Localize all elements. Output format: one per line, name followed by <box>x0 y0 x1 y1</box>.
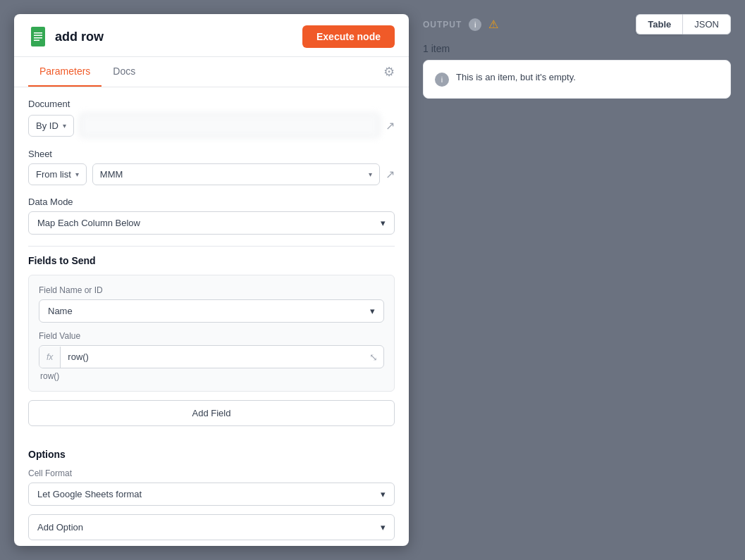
svg-rect-2 <box>34 35 42 37</box>
fields-to-send-section: Fields to Send Field Name or ID Name ▾ F… <box>28 255 395 437</box>
svg-rect-1 <box>34 32 42 34</box>
field-name-select[interactable]: Name ▾ <box>39 299 384 323</box>
field-value-label: Field Value <box>39 331 384 341</box>
fields-to-send-title: Fields to Send <box>28 255 395 266</box>
tab-parameters[interactable]: Parameters <box>28 57 101 87</box>
view-tabs: Table JSON <box>636 14 731 35</box>
sheet-name-select[interactable]: MMM ▾ <box>92 163 380 185</box>
svg-rect-4 <box>34 40 39 42</box>
external-link-icon[interactable]: ↗ <box>386 119 395 132</box>
output-card-info-icon: i <box>435 73 449 87</box>
item-count: 1 item <box>423 43 731 54</box>
panel-title-row: add row <box>28 27 104 46</box>
chevron-down-icon-2: ▾ <box>75 170 79 178</box>
sheet-external-link-icon[interactable]: ↗ <box>386 168 395 181</box>
sheet-mode-select[interactable]: From list ▾ <box>28 163 87 185</box>
field-name-label: Field Name or ID <box>39 285 384 295</box>
gear-icon[interactable]: ⚙ <box>383 64 395 80</box>
sheet-field-row: From list ▾ MMM ▾ ↗ <box>28 163 395 185</box>
output-info-icon[interactable]: i <box>469 18 481 31</box>
options-title: Options <box>28 449 395 460</box>
output-label: OUTPUT <box>423 20 462 30</box>
sheet-label: Sheet <box>28 149 395 159</box>
tab-table[interactable]: Table <box>636 14 682 35</box>
chevron-down-icon-5: ▾ <box>370 306 375 316</box>
google-sheets-icon <box>28 27 48 46</box>
tabs: Parameters Docs <box>28 57 147 87</box>
svg-rect-3 <box>34 37 42 39</box>
chevron-down-icon-3: ▾ <box>369 170 372 178</box>
warning-icon: ⚠ <box>488 18 498 31</box>
cell-format-label: Cell Format <box>28 468 395 478</box>
panel-title: add row <box>55 30 104 44</box>
svg-rect-0 <box>31 27 45 46</box>
left-panel: add row Execute node Parameters Docs ⚙ D… <box>14 14 409 546</box>
tabs-row: Parameters Docs ⚙ <box>14 57 409 87</box>
add-field-button[interactable]: Add Field <box>28 400 395 426</box>
field-mapping-subsection: Field Name or ID Name ▾ Field Value fx ⤡… <box>28 275 395 392</box>
field-value-input[interactable] <box>61 346 364 368</box>
sheet-section: Sheet From list ▾ MMM ▾ ↗ <box>28 149 395 185</box>
document-id-input[interactable] <box>80 113 380 137</box>
panel-header: add row Execute node <box>14 14 409 57</box>
right-panel: OUTPUT i ⚠ Table JSON 1 item i This is a… <box>409 14 731 546</box>
chevron-down-icon-4: ▾ <box>381 218 386 228</box>
field-value-fx-row: fx ⤡ <box>39 345 384 368</box>
panel-body: Document By ID ▾ ↗ Sheet From list ▾ <box>14 87 409 546</box>
execute-node-button[interactable]: Execute node <box>302 25 395 48</box>
expand-icon[interactable]: ⤡ <box>364 347 383 367</box>
output-card: i This is an item, but it's empty. <box>423 60 731 99</box>
document-section: Document By ID ▾ ↗ <box>28 99 395 137</box>
output-message: This is an item, but it's empty. <box>456 72 576 82</box>
field-value-hint: row() <box>39 371 384 381</box>
tab-json[interactable]: JSON <box>682 14 731 35</box>
chevron-down-icon: ▾ <box>63 122 66 130</box>
document-mode-select[interactable]: By ID ▾ <box>28 115 74 137</box>
fx-badge: fx <box>39 347 61 368</box>
chevron-down-icon-6: ▾ <box>381 489 386 499</box>
divider-1 <box>28 246 395 247</box>
document-field-row: By ID ▾ ↗ <box>28 113 395 137</box>
data-mode-select[interactable]: Map Each Column Below ▾ <box>28 211 395 235</box>
output-header: OUTPUT i ⚠ Table JSON <box>423 14 731 35</box>
document-label: Document <box>28 99 395 109</box>
add-option-button[interactable]: Add Option ▾ <box>28 514 395 540</box>
cell-format-select[interactable]: Let Google Sheets format ▾ <box>28 483 395 506</box>
data-mode-section: Data Mode Map Each Column Below ▾ <box>28 197 395 235</box>
options-section: Options Cell Format Let Google Sheets fo… <box>28 449 395 540</box>
data-mode-label: Data Mode <box>28 197 395 207</box>
tab-docs[interactable]: Docs <box>101 57 147 87</box>
chevron-down-icon-7: ▾ <box>381 522 386 533</box>
